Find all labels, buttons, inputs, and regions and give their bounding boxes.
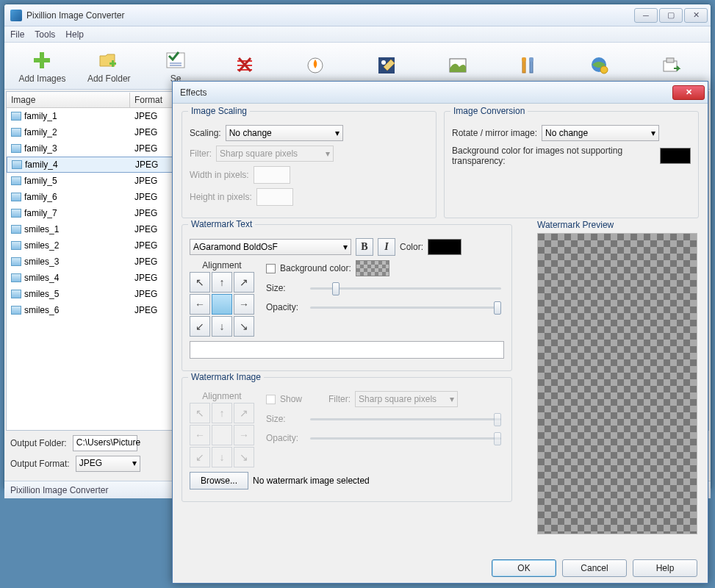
plus-icon bbox=[30, 49, 54, 72]
menu-tools[interactable]: Tools bbox=[35, 29, 55, 40]
align2-r: → bbox=[234, 425, 254, 445]
file-name: family_3 bbox=[24, 143, 57, 154]
width-label: Width in pixels: bbox=[190, 170, 249, 180]
output-format-label: Output Format: bbox=[10, 459, 70, 469]
file-format: JPEG bbox=[130, 143, 177, 154]
align2-tr: ↗ bbox=[234, 403, 254, 423]
text-color-swatch[interactable] bbox=[428, 239, 461, 255]
align-left[interactable]: ← bbox=[190, 294, 210, 315]
help-button[interactable]: Help bbox=[633, 559, 697, 577]
file-format: JPEG bbox=[130, 127, 177, 137]
preview-canvas bbox=[537, 233, 697, 534]
file-name: family_2 bbox=[24, 127, 57, 137]
cancel-button[interactable]: Cancel bbox=[562, 559, 627, 577]
size-label: Size: bbox=[266, 283, 303, 293]
image-icon bbox=[446, 54, 470, 77]
scaling-select[interactable]: No change▾ bbox=[226, 125, 343, 141]
file-format: JPEG bbox=[130, 192, 177, 202]
close-button[interactable]: ✕ bbox=[684, 8, 708, 23]
chevron-down-icon: ▾ bbox=[651, 128, 655, 138]
app-icon bbox=[10, 10, 22, 21]
align2-l: ← bbox=[190, 425, 210, 445]
file-name: family_7 bbox=[24, 208, 57, 218]
watermark-text-input[interactable] bbox=[190, 341, 504, 359]
height-field bbox=[256, 188, 293, 206]
file-format: JPEG bbox=[131, 159, 178, 170]
scaling-label: Scaling: bbox=[190, 128, 221, 138]
watermark-text-group: Watermark Text AGaramond BoldOsF▾ B I Co… bbox=[182, 224, 512, 371]
file-name: smiles_6 bbox=[24, 305, 59, 315]
globe-key-icon bbox=[588, 54, 611, 77]
file-icon bbox=[11, 128, 21, 137]
file-icon bbox=[11, 241, 21, 250]
align2-bl: ↙ bbox=[190, 447, 210, 467]
opacity-slider[interactable] bbox=[310, 300, 501, 315]
align-top[interactable]: ↑ bbox=[212, 272, 232, 293]
chevron-down-icon: ▾ bbox=[326, 148, 330, 159]
filter-label: Filter: bbox=[190, 148, 212, 159]
font-select[interactable]: AGaramond BoldOsF▾ bbox=[190, 239, 351, 255]
minimize-button[interactable]: ─ bbox=[634, 8, 658, 23]
add-folder-button[interactable]: Add Folder bbox=[76, 44, 143, 88]
align2-c bbox=[212, 425, 232, 445]
svg-rect-3 bbox=[109, 62, 116, 65]
dialog-close-button[interactable]: ✕ bbox=[672, 85, 705, 100]
italic-button[interactable]: I bbox=[378, 238, 395, 256]
size2-slider bbox=[310, 412, 501, 426]
dialog-titlebar[interactable]: Effects ✕ bbox=[173, 82, 708, 104]
export-icon bbox=[659, 54, 683, 77]
svg-point-17 bbox=[529, 57, 533, 62]
delete-list-icon bbox=[233, 54, 256, 77]
tools-icon bbox=[517, 54, 540, 77]
file-format: JPEG bbox=[130, 111, 177, 121]
bold-button[interactable]: B bbox=[356, 238, 373, 256]
opacity2-slider bbox=[310, 431, 501, 445]
file-name: smiles_3 bbox=[24, 257, 59, 267]
alignment-label-2: Alignment bbox=[190, 391, 254, 401]
align-right[interactable]: → bbox=[234, 294, 254, 315]
file-icon bbox=[11, 257, 21, 266]
file-name: smiles_2 bbox=[24, 240, 59, 251]
add-images-button[interactable]: Add Images bbox=[9, 44, 76, 88]
maximize-button[interactable]: ▢ bbox=[659, 8, 683, 23]
menu-help[interactable]: Help bbox=[65, 29, 84, 40]
align-bottom[interactable]: ↓ bbox=[212, 316, 232, 337]
align-bottom-right[interactable]: ↘ bbox=[234, 316, 254, 337]
file-icon bbox=[11, 225, 21, 234]
watermark-image-group: Watermark Image Alignment ↖ ↑ ↗ ← → ↙ ↓ … bbox=[182, 377, 512, 502]
file-format: JPEG bbox=[130, 305, 177, 315]
align-top-right[interactable]: ↗ bbox=[234, 272, 254, 293]
file-icon bbox=[11, 112, 21, 121]
align-bottom-left[interactable]: ↙ bbox=[190, 316, 210, 337]
titlebar[interactable]: Pixillion Image Converter ─ ▢ ✕ bbox=[4, 4, 711, 26]
chevron-down-icon: ▾ bbox=[343, 242, 348, 252]
file-icon bbox=[11, 176, 21, 185]
svg-rect-21 bbox=[667, 58, 674, 62]
dialog-title: Effects bbox=[180, 87, 672, 98]
chevron-down-icon: ▾ bbox=[335, 128, 339, 138]
effects-dialog: Effects ✕ Image Scaling Scaling: No chan… bbox=[172, 81, 708, 584]
align-center[interactable] bbox=[212, 294, 232, 315]
ok-button[interactable]: OK bbox=[492, 559, 556, 577]
show-checkbox[interactable] bbox=[266, 395, 276, 404]
bgcolor-swatch[interactable] bbox=[660, 148, 691, 164]
filter2-label: Filter: bbox=[328, 394, 351, 404]
image-edit-icon bbox=[375, 54, 398, 77]
bg-color-swatch[interactable] bbox=[356, 260, 389, 276]
output-format-select[interactable]: JPEG▾ bbox=[76, 456, 140, 472]
browse-button[interactable]: Browse... bbox=[190, 472, 248, 490]
chevron-down-icon: ▾ bbox=[132, 458, 137, 470]
menu-file[interactable]: File bbox=[10, 29, 24, 40]
alignment-label: Alignment bbox=[190, 260, 254, 270]
size-slider[interactable] bbox=[310, 281, 501, 295]
svg-point-12 bbox=[381, 60, 386, 65]
align-top-left[interactable]: ↖ bbox=[190, 272, 210, 293]
col-image[interactable]: Image bbox=[7, 93, 130, 107]
output-folder-field[interactable]: C:\Users\Picture bbox=[73, 435, 137, 451]
rotate-select[interactable]: No change▾ bbox=[542, 125, 659, 141]
image-conversion-group: Image Conversion Rotate / mirror image: … bbox=[444, 111, 699, 218]
file-icon bbox=[11, 273, 21, 282]
bg-color-checkbox[interactable] bbox=[266, 264, 276, 273]
col-format[interactable]: Format bbox=[130, 93, 177, 107]
file-icon bbox=[11, 144, 21, 153]
